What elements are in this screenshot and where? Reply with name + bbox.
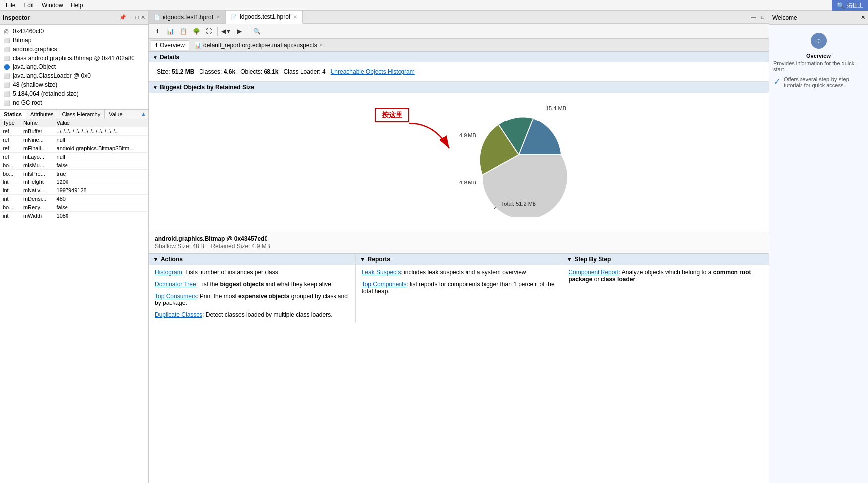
welcome-overview-icon: ○: [811, 33, 827, 49]
inspector-item-class-bitmap[interactable]: ⬜ class android.graphics.Bitmap @ 0x4170…: [0, 54, 148, 62]
pie-total: Total: 51.2 MB: [501, 201, 535, 207]
close-icon[interactable]: ✕: [141, 14, 145, 21]
inspector-item-retained[interactable]: ⬜ 5,184,064 (retained size): [0, 89, 148, 98]
tab-controls: — □: [748, 11, 769, 23]
welcome-tutorials-section: ✓ Offers several step-by-step tutorials …: [773, 76, 864, 88]
inspector-item-android-graphics[interactable]: ⬜ android.graphics: [0, 45, 148, 54]
welcome-title-bar: Welcome ✕: [769, 11, 868, 25]
tab-attributes[interactable]: Attributes: [26, 110, 58, 119]
menu-file[interactable]: File: [2, 1, 19, 10]
table-row[interactable]: refmNine...null: [0, 136, 148, 144]
tab-hprof1-close[interactable]: ✕: [216, 14, 220, 20]
expand-btn[interactable]: ⛶: [203, 26, 214, 37]
reports-header[interactable]: ▼ Reports: [356, 254, 562, 265]
selected-object-sizes: Shallow Size: 48 B Retained Size: 4.9 MB: [155, 243, 763, 250]
tutorials-check-icon: ✓: [773, 76, 781, 87]
table-row[interactable]: refmLayo...null: [0, 153, 148, 161]
content-tab-report[interactable]: 📊 default_report org.eclipse.mat.api:sus…: [190, 41, 327, 50]
details-line: Size: 51.2 MB Classes: 4.6k Objects: 68.…: [157, 68, 761, 75]
table-row[interactable]: refmFinali...android.graphics.Bitmap$Bit…: [0, 144, 148, 153]
maximize-table-icon[interactable]: ▲: [139, 110, 148, 119]
table-row[interactable]: intmDensi...480: [0, 195, 148, 203]
tab-hprof-2[interactable]: 📄 idgoods.test1.hprof ✕: [226, 11, 303, 24]
reports-section: ▼ Reports Leak Suspects: includes leak s…: [356, 254, 563, 322]
content-tab-overview[interactable]: ℹ Overview: [151, 40, 189, 50]
inspector-panel: Inspector 📌 — □ ✕ @ 0x43460cf0 ⬜ Bitmap …: [0, 11, 149, 483]
table-row[interactable]: refmBuffer..\..\..\..\..\..\..\..\..\..\…: [0, 127, 148, 136]
biggest-objects-body: 按这里: [149, 93, 769, 232]
table-row[interactable]: bo...mIsPre...true: [0, 170, 148, 178]
tree-btn[interactable]: 🌳: [191, 26, 201, 37]
table-row[interactable]: intmHeight1200: [0, 178, 148, 186]
maximize-tab-btn[interactable]: □: [759, 13, 767, 21]
info-btn[interactable]: ℹ: [152, 26, 163, 37]
histogram-link[interactable]: Histogram: [155, 269, 182, 276]
table-row[interactable]: bo...mIsMu...false: [0, 161, 148, 170]
table-btn[interactable]: 📋: [178, 26, 189, 37]
report-icon: 📊: [194, 42, 201, 49]
biggest-objects-toggle: ▼: [153, 85, 158, 90]
shallow-icon: ⬜: [4, 82, 11, 88]
tab-hprof-1[interactable]: 📄 idgoods.test1.hprof ✕: [149, 11, 226, 23]
selected-object: android.graphics.Bitmap @ 0x43457ed0 Sha…: [149, 232, 769, 253]
menu-edit[interactable]: Edit: [19, 1, 38, 10]
tabs-bar: 📄 idgoods.test1.hprof ✕ 📄 idgoods.test1.…: [149, 11, 769, 24]
details-section-header[interactable]: ▼ Details: [149, 52, 769, 62]
minimize-tab-btn[interactable]: —: [750, 13, 758, 21]
inspector-item-classloader[interactable]: ⬜ java.lang.ClassLoader @ 0x0: [0, 71, 148, 80]
step-item-1: Component Report: Analyze objects which …: [568, 269, 763, 283]
tab-statics[interactable]: Statics: [0, 110, 26, 119]
inspector-item-gc[interactable]: ⬜ no GC root: [0, 98, 148, 107]
top-right-button[interactable]: 🔍 拓挂上: [832, 0, 868, 11]
sep2: [248, 27, 248, 36]
reports-item-2: Top Components: list reports for compone…: [362, 281, 556, 295]
welcome-body: ○ Overview Provides information for the …: [769, 25, 868, 92]
dominator-link[interactable]: Dominator Tree: [155, 281, 196, 288]
step-by-step-header[interactable]: ▼ Step By Step: [562, 254, 769, 265]
pie-label-1: 15.4 MB: [546, 105, 566, 111]
table-row[interactable]: intmWidth1080: [0, 212, 148, 220]
actions-header[interactable]: ▼ Actions: [149, 254, 355, 265]
tab-hprof2-close[interactable]: ✕: [293, 14, 297, 20]
inspector-item-address[interactable]: @ 0x43460cf0: [0, 27, 148, 36]
tab-class-hierarchy[interactable]: Class Hierarchy: [58, 110, 105, 119]
actions-section: ▼ Actions Histogram: Lists number of ins…: [149, 254, 356, 322]
inspector-table: Type Name Value refmBuffer..\..\..\..\..…: [0, 119, 148, 483]
forward-btn[interactable]: ▶: [234, 26, 245, 37]
actions-item-4: Duplicate Classes: Detect classes loaded…: [155, 311, 349, 318]
welcome-title-icons: ✕: [861, 14, 865, 21]
selected-object-title: android.graphics.Bitmap @ 0x43457ed0: [155, 235, 763, 242]
pin-icon[interactable]: 📌: [119, 14, 126, 21]
welcome-tutorials-desc: Offers several step-by-step tutorials fo…: [784, 76, 864, 88]
tab-spacer: [303, 11, 748, 23]
reports-toggle-icon: ▼: [360, 256, 366, 263]
component-report-link[interactable]: Component Report: [568, 269, 618, 276]
search-btn[interactable]: 🔍: [251, 26, 262, 37]
menu-window[interactable]: Window: [38, 1, 67, 10]
inspector-item-object[interactable]: 🔵 java.lang.Object: [0, 62, 148, 71]
welcome-close-icon[interactable]: ✕: [861, 14, 865, 21]
nav-btn[interactable]: ◀▼: [221, 26, 232, 37]
top-components-link[interactable]: Top Components: [362, 281, 407, 288]
bottom-sections: ▼ Actions Histogram: Lists number of ins…: [149, 253, 769, 322]
bitmap-icon: ⬜: [4, 38, 11, 43]
welcome-title: Welcome: [772, 14, 797, 21]
top-consumers-link[interactable]: Top Consumers: [155, 293, 197, 300]
unreachable-link[interactable]: Unreachable Objects Histogram: [331, 68, 415, 75]
minimize-icon[interactable]: —: [128, 14, 134, 21]
inspector-item-bitmap[interactable]: ⬜ Bitmap: [0, 36, 148, 45]
duplicate-classes-link[interactable]: Duplicate Classes: [155, 311, 202, 318]
leak-suspects-link[interactable]: Leak Suspects: [362, 269, 401, 276]
maximize-icon[interactable]: □: [135, 14, 139, 21]
inspector-item-shallow[interactable]: ⬜ 48 (shallow size): [0, 80, 148, 89]
content-tabs: ℹ Overview 📊 default_report org.eclipse.…: [149, 39, 769, 52]
biggest-objects-header[interactable]: ▼ Biggest Objects by Retained Size: [149, 82, 769, 93]
actions-item-1: Histogram: Lists number of instances per…: [155, 269, 349, 276]
report-tab-close[interactable]: ✕: [319, 42, 323, 48]
table-row[interactable]: intmNativ...1997949128: [0, 186, 148, 195]
menu-help[interactable]: Help: [67, 1, 87, 10]
tab-value[interactable]: Value: [105, 110, 127, 119]
table-row[interactable]: bo...mRecy...false: [0, 203, 148, 212]
bar-chart-btn[interactable]: 📊: [165, 26, 176, 37]
step-toggle-icon: ▼: [566, 256, 572, 263]
